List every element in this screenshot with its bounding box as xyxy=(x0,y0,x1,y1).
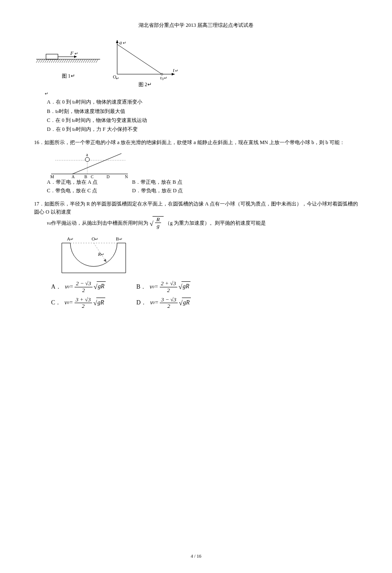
svg-text:↵: ↵ xyxy=(95,237,98,241)
svg-line-10 xyxy=(55,59,58,63)
svg-line-39 xyxy=(117,44,162,74)
crlf-mark: ↵ xyxy=(45,90,358,97)
svg-text:↵: ↵ xyxy=(123,41,126,45)
svg-line-1 xyxy=(36,59,38,63)
svg-text:↵: ↵ xyxy=(175,69,179,73)
svg-text:A: A xyxy=(72,174,75,178)
svg-line-13 xyxy=(62,59,64,63)
q16-number: 16． xyxy=(34,139,44,145)
q17-option-d: D． v0 = 3 − √32 gR xyxy=(136,297,222,310)
q15-option-b: B．t₀时刻，物体速度增加到最大值 xyxy=(47,107,358,116)
svg-line-6 xyxy=(47,59,49,63)
svg-text:↵: ↵ xyxy=(75,51,78,56)
svg-line-12 xyxy=(60,59,62,63)
svg-line-4 xyxy=(43,59,45,63)
question-17: 17．如图所示，半径为 R 的半圆形圆弧槽固定在水平面上，在圆弧槽的边缘 A 点… xyxy=(34,200,358,232)
svg-line-11 xyxy=(58,59,60,63)
svg-text:N: N xyxy=(125,174,128,178)
svg-line-3 xyxy=(40,59,43,63)
svg-marker-69 xyxy=(104,259,107,262)
svg-text:a: a xyxy=(86,152,88,157)
figure-1-svg: F ↵ xyxy=(34,38,102,72)
q17-v0: v₀ xyxy=(47,220,51,226)
svg-line-18 xyxy=(72,59,75,63)
svg-line-7 xyxy=(49,59,51,63)
svg-text:R: R xyxy=(98,252,101,257)
q15-option-d: D．在 0 到 t₀时间内，力 F 大小保持不变 xyxy=(47,125,358,133)
svg-line-29 xyxy=(96,59,98,63)
svg-line-22 xyxy=(81,59,83,63)
q16-option-c: C．带负电，放在 C 点 xyxy=(47,187,132,195)
q17-text-3: （g 为重力加速度）。则平抛的初速度可能是 xyxy=(165,220,266,226)
q17-figure: R ↵ A ↵ O ↵ B ↵ xyxy=(58,234,130,277)
q17-option-c: C． v0 = 3 + √32 gR xyxy=(51,297,136,310)
svg-text:↵: ↵ xyxy=(70,237,74,241)
q15-options: A．在 0 到 t₀时间内，物体的速度逐渐变小 B．t₀时刻，物体速度增加到最大… xyxy=(47,98,358,133)
figure-1-label: 图 1↵ xyxy=(34,72,102,80)
svg-text:↵: ↵ xyxy=(119,237,123,241)
svg-line-26 xyxy=(89,59,92,63)
q17-options: A． v0 = 2 − √32 gR B． v0 = 2 + √32 gR C．… xyxy=(51,281,358,309)
svg-line-23 xyxy=(83,59,85,63)
svg-line-51 xyxy=(72,153,121,174)
figure-1: F ↵ 图 1↵ xyxy=(34,38,102,80)
svg-line-28 xyxy=(94,59,96,63)
q16-option-d: D．带负电，放在 D 点 xyxy=(132,187,217,195)
q17-option-b: B． v0 = 2 + √32 gR xyxy=(136,281,222,293)
figures-row: F ↵ 图 1↵ a ↵ O ↵ t 0 ↵ t ↵ 图 2↵ xyxy=(34,38,358,89)
svg-line-24 xyxy=(85,59,87,63)
svg-text:0: 0 xyxy=(162,77,164,81)
q17-text-1: 如图所示，半径为 R 的半圆形圆弧槽固定在水平面上，在圆弧槽的边缘 A 点有一小… xyxy=(34,201,358,215)
q16-option-b: B．带正电，放在 B 点 xyxy=(132,178,217,186)
svg-line-25 xyxy=(87,59,89,63)
svg-text:↵: ↵ xyxy=(101,252,104,257)
svg-text:↵: ↵ xyxy=(164,76,167,80)
svg-line-9 xyxy=(53,59,55,63)
figure-2-label: 图 2↵ xyxy=(111,81,179,89)
q15-option-c: C．在 0 到 t₀时间内，物体做匀变速直线运动 xyxy=(47,116,358,124)
svg-line-14 xyxy=(64,59,66,63)
svg-line-2 xyxy=(38,59,40,63)
svg-text:B: B xyxy=(116,236,119,241)
svg-line-8 xyxy=(51,59,53,63)
q16-option-a: A．带正电，放在 A 点 xyxy=(47,178,132,186)
svg-line-21 xyxy=(79,59,81,63)
svg-text:D: D xyxy=(107,174,110,178)
q16-text: 如图所示，把一个带正电的小球 a 放在光滑的绝缘斜面上，欲使球 a 能静止在斜面… xyxy=(44,139,345,145)
q16-options: A．带正电，放在 A 点 B．带正电，放在 B 点 C．带负电，放在 C 点 D… xyxy=(47,178,358,194)
svg-line-17 xyxy=(70,59,72,63)
page-header: 湖北省部分重点中学 2013 届高三理综起点考试试卷 xyxy=(34,21,358,29)
svg-text:M: M xyxy=(50,174,54,178)
question-16: 16．如图所示，把一个带正电的小球 a 放在光滑的绝缘斜面上，欲使球 a 能静止… xyxy=(34,139,358,147)
svg-point-54 xyxy=(85,157,89,162)
figure-2-svg: a ↵ O ↵ t 0 ↵ t ↵ xyxy=(111,38,179,81)
svg-rect-30 xyxy=(46,54,58,59)
svg-text:F: F xyxy=(70,50,74,56)
q15-option-a: A．在 0 到 t₀时间内，物体的速度逐渐变小 xyxy=(47,98,358,106)
svg-line-19 xyxy=(75,59,77,63)
page-footer: 4 / 16 xyxy=(0,553,392,560)
svg-line-27 xyxy=(92,59,94,63)
q17-option-a: A． v0 = 2 − √32 gR xyxy=(51,281,136,293)
svg-text:B: B xyxy=(84,174,87,178)
svg-line-15 xyxy=(66,59,68,63)
sqrt-r-over-g: Rg xyxy=(150,216,164,231)
svg-text:↵: ↵ xyxy=(116,76,119,81)
q17-number: 17． xyxy=(34,201,44,207)
svg-line-20 xyxy=(77,59,79,63)
svg-text:O: O xyxy=(92,236,95,241)
q17-text-2: 作平抛运动，从抛出到击中槽面所用时间为 xyxy=(51,220,148,226)
svg-marker-36 xyxy=(116,40,118,43)
svg-text:A: A xyxy=(67,236,70,241)
svg-text:C: C xyxy=(91,174,94,178)
svg-text:a: a xyxy=(119,40,122,46)
svg-line-16 xyxy=(68,59,70,63)
figure-2: a ↵ O ↵ t 0 ↵ t ↵ 图 2↵ xyxy=(111,38,179,89)
q16-figure: a M A B C D N xyxy=(47,148,132,178)
svg-text:t: t xyxy=(173,67,175,73)
svg-line-5 xyxy=(45,59,47,63)
